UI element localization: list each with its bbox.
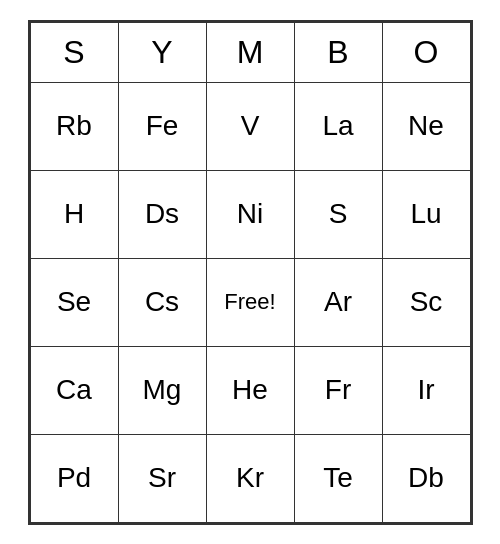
cell-r1-c3: S [294, 170, 382, 258]
header-col-o: O [382, 22, 470, 82]
cell-r0-c3: La [294, 82, 382, 170]
cell-r3-c2: He [206, 346, 294, 434]
header-col-b: B [294, 22, 382, 82]
cell-r3-c1: Mg [118, 346, 206, 434]
cell-r4-c0: Pd [30, 434, 118, 522]
table-row: CaMgHeFrIr [30, 346, 470, 434]
cell-r1-c1: Ds [118, 170, 206, 258]
cell-r4-c4: Db [382, 434, 470, 522]
cell-r0-c2: V [206, 82, 294, 170]
cell-r3-c0: Ca [30, 346, 118, 434]
cell-r2-c4: Sc [382, 258, 470, 346]
cell-r4-c2: Kr [206, 434, 294, 522]
cell-r3-c4: Ir [382, 346, 470, 434]
header-col-y: Y [118, 22, 206, 82]
cell-r4-c1: Sr [118, 434, 206, 522]
cell-r3-c3: Fr [294, 346, 382, 434]
header-col-m: M [206, 22, 294, 82]
cell-r0-c0: Rb [30, 82, 118, 170]
cell-r0-c1: Fe [118, 82, 206, 170]
cell-r2-c0: Se [30, 258, 118, 346]
cell-r1-c4: Lu [382, 170, 470, 258]
header-col-s: S [30, 22, 118, 82]
cell-r1-c2: Ni [206, 170, 294, 258]
table-row: HDsNiSLu [30, 170, 470, 258]
table-row: PdSrKrTeDb [30, 434, 470, 522]
cell-r0-c4: Ne [382, 82, 470, 170]
cell-r4-c3: Te [294, 434, 382, 522]
table-row: RbFeVLaNe [30, 82, 470, 170]
cell-r2-c1: Cs [118, 258, 206, 346]
cell-r2-c2: Free! [206, 258, 294, 346]
cell-r1-c0: H [30, 170, 118, 258]
bingo-card: SYMBO RbFeVLaNeHDsNiSLuSeCsFree!ArScCaMg… [28, 20, 473, 525]
cell-r2-c3: Ar [294, 258, 382, 346]
table-row: SeCsFree!ArSc [30, 258, 470, 346]
